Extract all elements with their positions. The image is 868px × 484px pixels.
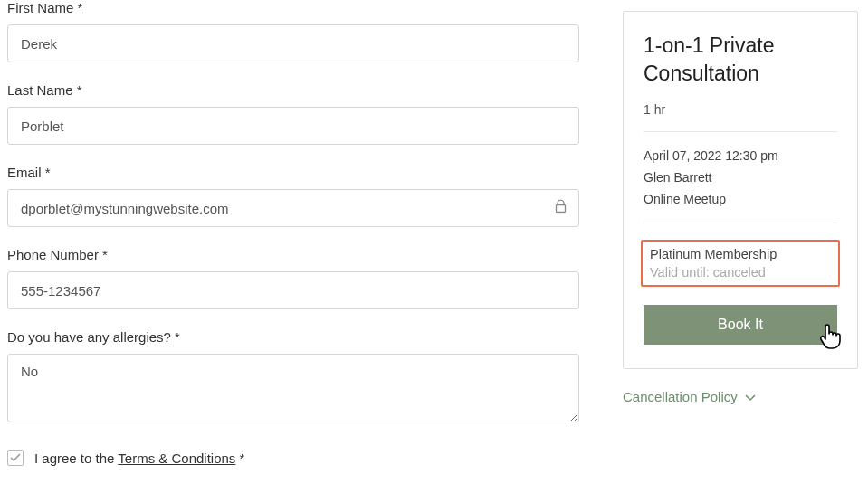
booking-datetime: April 07, 2022 12:30 pm (644, 148, 837, 163)
agree-prefix: I agree to the (34, 451, 118, 466)
service-duration: 1 hr (644, 102, 837, 117)
booking-location: Online Meetup (644, 192, 837, 206)
book-button[interactable]: Book It (644, 305, 837, 345)
cancellation-policy-link[interactable]: Cancellation Policy (623, 389, 858, 404)
phone-input[interactable] (7, 271, 579, 309)
last-name-input[interactable] (7, 107, 579, 145)
membership-highlight: Platinum Membership Valid until: cancele… (641, 240, 840, 287)
divider (644, 131, 837, 132)
first-name-input[interactable] (7, 24, 579, 62)
booking-summary-card: 1-on-1 Private Consultation 1 hr April 0… (623, 11, 858, 369)
terms-link[interactable]: Terms & Conditions (118, 451, 235, 466)
first-name-label: First Name * (7, 0, 579, 15)
booking-provider: Glen Barrett (644, 170, 837, 185)
agree-suffix: * (235, 451, 244, 466)
agree-checkbox[interactable] (7, 450, 24, 466)
allergies-input[interactable] (7, 354, 579, 422)
divider (644, 223, 837, 223)
cancellation-policy-label: Cancellation Policy (623, 389, 738, 404)
allergies-label: Do you have any allergies? * (7, 329, 579, 345)
service-title: 1-on-1 Private Consultation (644, 32, 837, 88)
chevron-down-icon (745, 389, 756, 404)
email-input[interactable] (7, 189, 579, 227)
last-name-label: Last Name * (7, 82, 579, 98)
membership-name: Platinum Membership (650, 247, 831, 261)
email-label: Email * (7, 165, 579, 180)
agree-label: I agree to the Terms & Conditions * (34, 451, 244, 466)
membership-validity: Valid until: canceled (650, 265, 831, 280)
phone-label: Phone Number * (7, 247, 579, 262)
